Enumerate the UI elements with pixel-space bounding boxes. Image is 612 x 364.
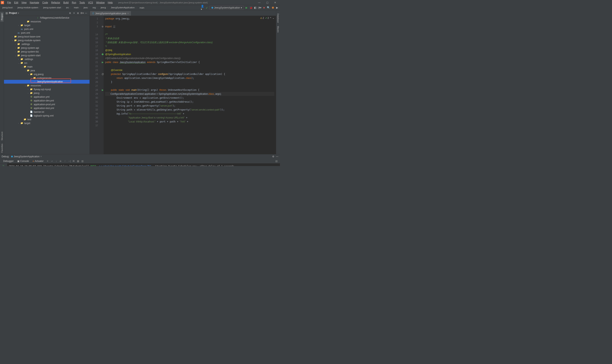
- hide-icon[interactable]: —: [84, 12, 88, 14]
- tree-row[interactable]: ›📁jeecg-system-api: [4, 46, 89, 50]
- crumb-9[interactable]: main: [138, 7, 146, 9]
- menu-tools[interactable]: Tools: [78, 1, 86, 4]
- tree-row[interactable]: ⌄📁jeecg-system-start: [4, 53, 89, 57]
- tree-row[interactable]: ©JeecgSystemApplication: [4, 80, 89, 84]
- user-icon[interactable]: 👤▾: [201, 6, 204, 9]
- console-output[interactable]: 2024-04-10 16:39:58.043 [Quartz Schedule…: [7, 163, 280, 166]
- project-tree[interactable]: IIVillagemmsLineinfoService📁resources›📁t…: [4, 16, 89, 154]
- run-gutter-icon[interactable]: ⬢: [102, 52, 104, 56]
- tree-row[interactable]: mpom.xml: [4, 27, 89, 31]
- run-gutter-icon[interactable]: ▶: [102, 60, 104, 64]
- stop-button[interactable]: ■: [262, 6, 266, 9]
- ide-settings-icon[interactable]: ⬢: [271, 6, 274, 9]
- right-tab-maven[interactable]: Maven: [276, 24, 280, 34]
- code-editor[interactable]: package org.jeecg; import ... /** * 单体启动…: [104, 16, 276, 154]
- crumb-0[interactable]: jeecg-boot: [1, 6, 16, 9]
- step-out-icon[interactable]: ↑: [63, 160, 67, 162]
- coverage-button[interactable]: ◧: [254, 6, 257, 9]
- maximize-button[interactable]: ▢: [263, 0, 271, 5]
- menu-view[interactable]: View: [20, 1, 28, 4]
- run-gutter-icon[interactable]: ▶: [102, 88, 104, 92]
- console-tab[interactable]: ▣Console: [16, 159, 30, 163]
- crumb-5[interactable]: java: [82, 6, 91, 9]
- tree-row[interactable]: 📁test: [4, 117, 89, 121]
- menu-refactor[interactable]: Refactor: [50, 1, 62, 4]
- tree-row[interactable]: ⌄📁resources: [4, 84, 89, 87]
- tree-row[interactable]: ›📁.settings: [4, 57, 89, 61]
- tree-row[interactable]: ›📁codegenerate: [4, 76, 89, 80]
- tree-row[interactable]: 📄banner.txt: [4, 110, 89, 114]
- tree-row[interactable]: ⚙application-prod.yml: [4, 103, 89, 106]
- line-number-gutter[interactable]: 123 141516171819202122232425262728293031…: [90, 16, 102, 154]
- search-icon[interactable]: 🔍: [267, 6, 270, 9]
- gear-icon[interactable]: ⚙▾: [80, 12, 84, 14]
- tree-row[interactable]: ›📁target: [4, 121, 89, 125]
- tree-row[interactable]: ⌄📁org.jeecg: [4, 72, 89, 76]
- layout-icon[interactable]: ▤: [274, 160, 278, 162]
- tree-row[interactable]: ⌄📁java: [4, 69, 89, 72]
- tree-row[interactable]: ⌄📁jeecg-module-system: [4, 39, 89, 42]
- tree-row[interactable]: ›📁flyway.sql.mysql: [4, 87, 89, 91]
- menu-help[interactable]: Help: [106, 1, 114, 4]
- left-tab-favorites[interactable]: Favorites: [0, 142, 4, 154]
- locate-icon[interactable]: ⊕: [68, 12, 72, 14]
- crumb-6[interactable]: org: [91, 6, 99, 9]
- menu-file[interactable]: File: [6, 1, 13, 4]
- tree-row[interactable]: ⌄📁src: [4, 61, 89, 65]
- tree-row[interactable]: mpom.xml: [4, 31, 89, 35]
- run-button[interactable]: ▶: [245, 6, 248, 9]
- hide-icon[interactable]: —: [276, 155, 278, 158]
- tree-row[interactable]: ›📁jeecg: [4, 91, 89, 95]
- tree-row[interactable]: IIVillagemmsLineinfoService: [4, 16, 89, 20]
- minimize-button[interactable]: —: [255, 0, 263, 5]
- rerun-icon[interactable]: ↻: [2, 165, 5, 166]
- tree-row[interactable]: ⚙application-dev.yml: [4, 99, 89, 103]
- tree-row[interactable]: ›📁jeecg-boot-base-core: [4, 35, 89, 39]
- debug-button[interactable]: 🐞: [249, 6, 253, 9]
- crumb-4[interactable]: main: [73, 6, 82, 9]
- evaluate-icon[interactable]: ⌘: [72, 160, 76, 162]
- actuator-tab[interactable]: ⎈Actuator: [31, 159, 45, 163]
- tree-row[interactable]: ›📁.settings: [4, 42, 89, 46]
- menu-build[interactable]: Build: [62, 1, 70, 4]
- left-tab-project[interactable]: Project: [0, 12, 4, 22]
- chevron-down-icon[interactable]: ▾: [18, 12, 19, 14]
- menu-navigate[interactable]: Navigate: [28, 1, 41, 4]
- close-tab-icon[interactable]: ×: [127, 12, 129, 15]
- expand-all-icon[interactable]: ≡: [72, 12, 76, 14]
- code-analysis-indicator[interactable]: 2 2 ^ ⌄: [260, 17, 274, 19]
- crumb-8[interactable]: JeecgSystemApplication: [110, 6, 138, 9]
- tree-row[interactable]: ⚙application.yml: [4, 95, 89, 99]
- debugger-tab[interactable]: Debugger: [1, 159, 15, 163]
- run-to-cursor-icon[interactable]: →|: [67, 160, 71, 162]
- menu-run[interactable]: Run: [70, 1, 78, 4]
- close-button[interactable]: ✕: [271, 0, 279, 5]
- trace-icon[interactable]: ▦: [76, 160, 80, 162]
- frames-icon[interactable]: ▥: [80, 160, 84, 162]
- tree-row[interactable]: 📄logback-spring.xml: [4, 114, 89, 117]
- gear-icon[interactable]: ⚙: [272, 155, 274, 158]
- left-tab-structure[interactable]: Structure: [0, 130, 4, 142]
- step-icon[interactable]: ≡: [45, 160, 49, 162]
- vcs-update-icon[interactable]: ↙: [205, 6, 208, 9]
- tree-row[interactable]: ›📁jeecg-system-biz: [4, 50, 89, 53]
- chevron-up-icon[interactable]: ^: [270, 17, 271, 19]
- chevron-down-icon[interactable]: ⌄: [272, 17, 274, 19]
- collapse-all-icon[interactable]: ≣: [76, 12, 80, 14]
- tree-row[interactable]: ›📁target: [4, 23, 89, 27]
- step-into-icon[interactable]: ↓: [54, 160, 58, 162]
- plugin-icon[interactable]: ▶: [275, 6, 279, 9]
- crumb-7[interactable]: jeecg: [99, 6, 109, 9]
- menu-window[interactable]: Window: [95, 1, 106, 4]
- tree-row[interactable]: ⚙application-test.yml: [4, 106, 89, 110]
- profile-button[interactable]: ◔▾: [258, 6, 261, 9]
- crumb-2[interactable]: jeecg-system-start: [42, 6, 65, 9]
- tree-row[interactable]: 📁resources: [4, 20, 89, 23]
- crumb-1[interactable]: jeecg-module-system: [16, 6, 42, 9]
- editor-tab[interactable]: © JeecgSystemApplication.java ×: [90, 11, 131, 16]
- right-tab-database[interactable]: Database: [276, 12, 280, 24]
- menu-edit[interactable]: Edit: [13, 1, 20, 4]
- menu-vcs[interactable]: VCS: [86, 1, 95, 4]
- force-step-icon[interactable]: ⇊: [58, 160, 63, 162]
- tree-row[interactable]: ⌄📁main: [4, 65, 89, 69]
